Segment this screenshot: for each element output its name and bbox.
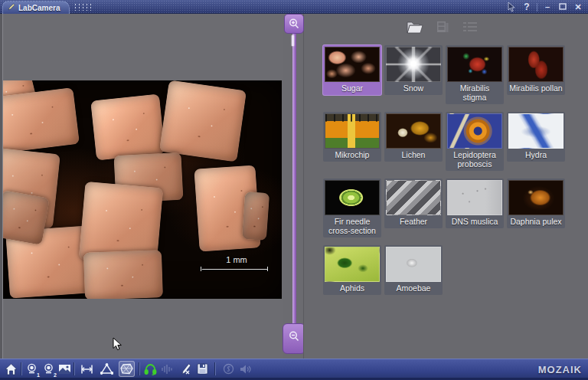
scale-bar: 1 mm [201,255,273,271]
gallery-item-label: DNS muslica [447,215,502,227]
gallery-item-aphids[interactable]: Aphids [323,245,381,295]
measure-angle-icon[interactable] [99,361,115,377]
open-folder-icon[interactable] [405,18,425,36]
close-icon[interactable]: ✕ [573,2,583,12]
gallery-item-proboscis[interactable]: Lepidoptera proboscis [446,112,504,171]
toolbar-separator [214,362,215,375]
gallery-thumbnail [325,47,380,82]
zoom-slider-track[interactable] [292,34,296,325]
gallery-item-label: Aphids [325,282,380,293]
titlebar: LabCamera ? – ✕ [0,0,588,14]
bottom-toolbar: 1 2 MOZAIK [0,359,588,380]
zoom-out-button[interactable] [283,323,305,354]
gallery-item-dns[interactable]: DNS muslica [446,179,504,228]
gallery-thumbnail [325,180,380,215]
gallery-thumbnail [386,47,441,82]
gallery-thumbnail [325,113,380,149]
gallery-thumbnail [508,113,564,149]
gallery-item-label: Daphnia pulex [508,215,564,227]
gallery-header [405,18,480,36]
grip-dots-icon[interactable] [74,3,92,11]
webcam1-icon[interactable]: 1 [24,361,40,377]
home-icon[interactable] [3,361,19,377]
gallery-item-hydra[interactable]: Hydra [507,112,565,162]
gallery-item-label: Lichen [386,149,441,160]
gallery-item-pollan[interactable]: Mirabilis pollan [507,45,565,95]
gallery-thumbnail [447,113,502,149]
webcam1-badge: 1 [37,372,40,378]
toolbar-separator [74,362,74,375]
app-tab[interactable]: LabCamera [2,1,70,14]
gallery-thumbnail [508,47,564,82]
gallery-item-label: Mikrochip [325,149,380,160]
gallery-item-stigma[interactable]: Mirabilis stigma [446,45,504,104]
gallery-panel: Sugar Snow Mirabilis stigma Mirabilis po… [303,14,588,359]
titlebar-separator [537,3,537,11]
annotate-pen-icon[interactable] [178,361,194,377]
gallery-grid: Sugar Snow Mirabilis stigma Mirabilis po… [323,45,571,312]
pen-tool-icon [8,3,15,12]
waveform-icon[interactable] [159,361,175,377]
gallery-item-sugar[interactable]: Sugar [323,45,381,95]
gallery-item-label: Mirabilis pollan [508,82,564,93]
save-icon[interactable] [194,361,211,377]
gallery-item-label: Fir needle cross-section [325,215,380,236]
gallery-item-amoebae[interactable]: Amoebae [384,245,443,295]
zoom-slider-handle[interactable] [292,35,294,46]
gallery-item-label: Lepidoptera proboscis [447,149,502,169]
gallery-item-feather[interactable]: Feather [384,179,443,228]
gallery-item-lichen[interactable]: Lichen [384,112,443,162]
toolbar-separator [139,362,139,375]
gallery-item-daphnia[interactable]: Daphnia pulex [507,179,565,228]
speaker-icon[interactable] [237,361,253,377]
gallery-item-label: Sugar [325,82,380,93]
maximize-icon[interactable] [557,2,568,12]
gallery-thumbnail [386,113,441,149]
help-icon[interactable]: ? [521,2,532,12]
measure-area-icon[interactable] [119,361,135,377]
gallery-thumbnail [325,247,380,282]
gallery-thumbnail [508,180,564,215]
gallery-thumbnail [386,247,441,282]
gallery-item-label: Snow [386,82,441,93]
gallery-item-mikrochip[interactable]: Mikrochip [323,112,381,162]
gallery-item-snow[interactable]: Snow [384,45,443,95]
mozaik-logo: MOZAIK [538,364,582,375]
gallery-item-label: Feather [386,215,441,227]
filmstrip-icon[interactable] [433,18,452,36]
sync-icon[interactable] [220,361,237,377]
list-view-icon[interactable] [460,18,480,36]
scale-bar-label: 1 mm [226,255,247,264]
headphones-icon[interactable] [142,361,158,377]
gallery-thumbnail [447,180,502,215]
pointer-arrow-icon[interactable] [506,2,517,12]
webcam2-icon[interactable]: 2 [41,361,57,377]
specimen-view[interactable]: 1 mm [3,80,282,299]
gallery-item-label: Hydra [508,149,564,160]
gallery-item-label: Mirabilis stigma [447,82,502,103]
gallery-thumbnail [386,180,441,215]
mouse-cursor-icon [113,337,122,355]
snapshot-icon[interactable] [57,361,73,377]
gallery-thumbnail [447,47,502,82]
measure-distance-icon[interactable] [79,361,95,377]
app-title: LabCamera [18,4,60,12]
toolbar-separator [21,362,21,375]
zoom-in-button[interactable] [284,14,304,34]
gallery-item-fir[interactable]: Fir needle cross-section [323,179,381,238]
gallery-item-label: Amoebae [386,282,441,293]
minimize-icon[interactable]: – [542,2,553,12]
